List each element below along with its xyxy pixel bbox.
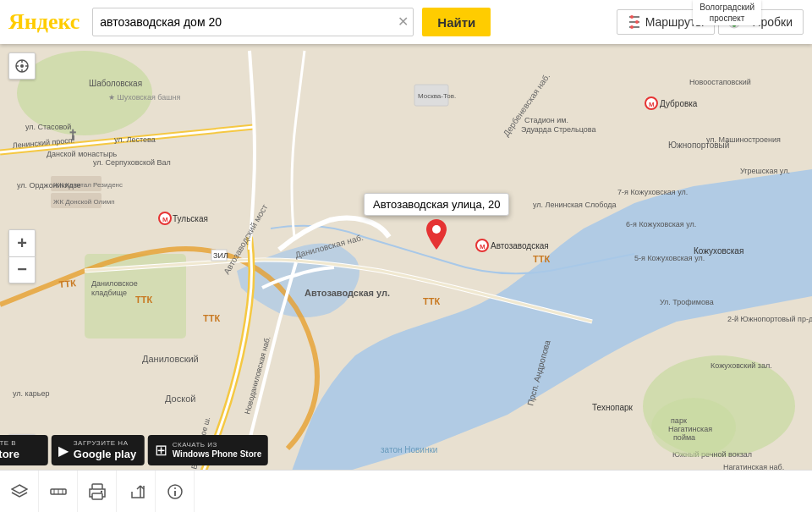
- svg-text:Стадион им.: Стадион им.: [524, 116, 568, 124]
- svg-point-71: [635, 20, 639, 24]
- volgograd-badge: Волоградскийпроспект: [693, 0, 761, 25]
- svg-text:кладбище: кладбище: [91, 289, 127, 297]
- google-play-icon: ▶: [58, 443, 69, 459]
- windows-phone-big-text: Windows Phone Store: [173, 449, 261, 460]
- svg-rect-90: [92, 484, 102, 489]
- windows-phone-icon: ⊞: [155, 441, 167, 460]
- svg-text:М: М: [649, 101, 655, 108]
- location-button[interactable]: [8, 52, 36, 80]
- svg-text:затон Новинки: затон Новинки: [381, 445, 437, 454]
- svg-point-83: [432, 225, 441, 234]
- svg-text:ул. Орджоникидзе: ул. Орджоникидзе: [17, 181, 81, 190]
- svg-text:Даниловский: Даниловский: [142, 354, 199, 364]
- svg-text:Угрешская ул.: Угрешская ул.: [740, 167, 790, 175]
- svg-text:★ Шуховская башня: ★ Шуховская башня: [108, 93, 180, 102]
- map-pin[interactable]: Автозаводская улица, 20: [364, 193, 509, 250]
- svg-text:ул. Стасовой: ул. Стасовой: [25, 123, 71, 131]
- svg-text:Шаболовская: Шаболовская: [89, 79, 142, 88]
- svg-text:Новоостаповский: Новоостаповский: [689, 78, 751, 86]
- svg-point-82: [20, 64, 24, 68]
- svg-text:ул. Машиностроения: ул. Машиностроения: [706, 135, 781, 144]
- zoom-out-button[interactable]: −: [8, 256, 36, 284]
- svg-text:Эдуарда Стрельцова: Эдуарда Стрельцова: [521, 125, 595, 134]
- pin-popup: Автозаводская улица, 20: [364, 193, 509, 216]
- svg-text:Даниловское: Даниловское: [91, 279, 138, 288]
- appstore-big-text: App Store: [0, 448, 19, 461]
- svg-text:Тульская: Тульская: [173, 214, 208, 223]
- svg-text:Данской монастырь: Данской монастырь: [47, 150, 117, 158]
- app-banners: ✕ Загрузите в App Store ▶ ЗАГРУЗИТЕ НА G…: [0, 435, 268, 465]
- svg-text:7-я Кожуховская ул.: 7-я Кожуховская ул.: [617, 188, 688, 196]
- svg-text:Москва-Тов.: Москва-Тов.: [418, 92, 456, 100]
- windows-phone-small-text: Скачать из: [173, 441, 261, 449]
- google-play-banner[interactable]: ▶ ЗАГРУЗИТЕ НА Google play: [52, 435, 145, 465]
- yandex-logo: Яндекс: [8, 11, 80, 33]
- svg-text:ул. Ленинская Слобода: ул. Ленинская Слобода: [533, 201, 617, 209]
- svg-text:ул. Серпуховской Вал: ул. Серпуховской Вал: [93, 158, 171, 167]
- svg-text:ул. Лестева: ул. Лестева: [114, 135, 156, 144]
- svg-text:М: М: [162, 216, 168, 223]
- svg-text:парк: парк: [671, 416, 687, 425]
- svg-text:ТТК: ТТК: [58, 278, 76, 289]
- svg-text:ТТК: ТТК: [203, 313, 220, 323]
- compass-icon: [14, 58, 30, 74]
- appstore-banner[interactable]: Загрузите в App Store: [0, 435, 48, 465]
- svg-text:ТТК: ТТК: [533, 254, 550, 264]
- svg-text:ТТК: ТТК: [135, 295, 152, 305]
- map-container[interactable]: ТТК ТТК ТТК ТТК ТТК Даниловская наб. Авт…: [0, 0, 812, 512]
- windows-phone-banner[interactable]: ⊞ Скачать из Windows Phone Store: [148, 435, 268, 465]
- svg-text:Автозаводская ул.: Автозаводская ул.: [304, 288, 390, 298]
- location-control[interactable]: [8, 52, 36, 80]
- ruler-tool-button[interactable]: [39, 471, 78, 513]
- find-button[interactable]: Найти: [422, 8, 491, 36]
- svg-point-70: [630, 15, 634, 19]
- zoom-in-button[interactable]: +: [8, 229, 36, 256]
- info-icon: [167, 483, 184, 500]
- svg-text:пойма: пойма: [673, 433, 695, 442]
- svg-point-95: [174, 487, 176, 489]
- appstore-small-text: Загрузите в: [0, 439, 19, 448]
- layers-tool-icon: [11, 484, 28, 499]
- zoom-controls: + −: [8, 229, 36, 284]
- print-button[interactable]: [78, 471, 117, 513]
- print-icon: [89, 483, 106, 500]
- svg-text:Ул. Трофимова: Ул. Трофимова: [660, 298, 714, 306]
- bottom-toolbar: [0, 470, 812, 512]
- svg-text:Доской: Доской: [165, 394, 195, 404]
- layers-tool-button[interactable]: [0, 471, 39, 513]
- svg-text:ЖК Донской Олимп: ЖК Донской Олимп: [53, 198, 114, 206]
- share-icon: [128, 483, 145, 500]
- info-button[interactable]: [156, 471, 195, 513]
- svg-text:2-й Южнопортовый пр-д: 2-й Южнопортовый пр-д: [727, 315, 812, 323]
- svg-text:Нагатинская: Нагатинская: [668, 425, 712, 433]
- svg-text:ЗИЛ: ЗИЛ: [213, 251, 228, 260]
- svg-point-92: [100, 490, 102, 492]
- clear-button[interactable]: ✕: [398, 15, 409, 29]
- top-bar: Яндекс ✕ Найти Маршруты: [0, 0, 812, 44]
- svg-marker-85: [12, 485, 27, 493]
- ruler-icon: [50, 483, 67, 500]
- svg-text:Дубровка: Дубровка: [660, 99, 698, 108]
- pin-marker-icon: [426, 219, 447, 250]
- google-play-big-text: Google play: [74, 448, 136, 461]
- google-play-small-text: ЗАГРУЗИТЕ НА: [74, 439, 136, 448]
- routes-icon: [628, 15, 641, 29]
- share-button[interactable]: [117, 471, 156, 513]
- svg-text:6-я Кожуховская ул.: 6-я Кожуховская ул.: [626, 220, 696, 228]
- svg-text:ТТК: ТТК: [423, 296, 440, 306]
- svg-point-72: [630, 25, 634, 29]
- svg-rect-91: [92, 493, 102, 499]
- search-box: ✕: [92, 8, 414, 36]
- svg-text:Кожуховский зал.: Кожуховский зал.: [710, 361, 772, 370]
- svg-text:ул. карьер: ул. карьер: [13, 389, 49, 398]
- search-input[interactable]: [92, 8, 414, 36]
- svg-text:5-я Кожуховская ул.: 5-я Кожуховская ул.: [634, 254, 705, 262]
- svg-text:Технопарк: Технопарк: [592, 403, 634, 412]
